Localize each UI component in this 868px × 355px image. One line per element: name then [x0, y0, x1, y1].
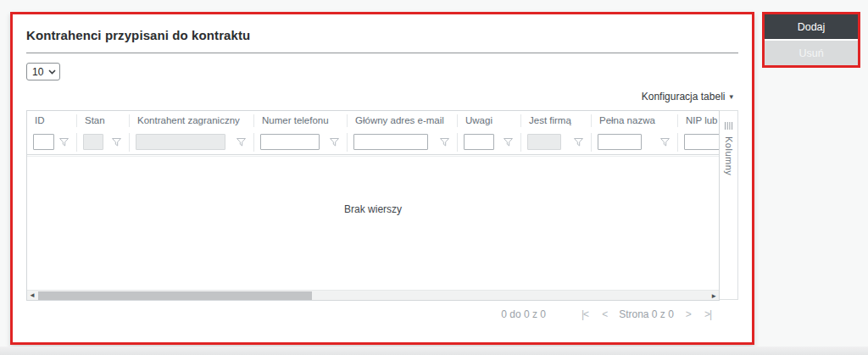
contractors-table: IDStanKontrahent zagranicznyNumer telefo…	[26, 110, 720, 301]
pagination-prev-button[interactable]: <	[595, 308, 614, 320]
filter-input-uwagi[interactable]	[464, 134, 494, 150]
columns-tab-label: Kolumny	[724, 136, 734, 175]
filter-input-stan	[83, 134, 103, 150]
filter-funnel-icon-kontrahent-zagraniczny[interactable]	[236, 138, 246, 147]
filter-input-nip-lub-pesel[interactable]	[684, 134, 720, 150]
columns-panel-tab[interactable]: Kolumny	[720, 110, 738, 300]
filter-input-glowny-adres-email[interactable]	[353, 134, 428, 150]
column-header-stan[interactable]: Stan	[76, 114, 129, 127]
column-header-uwagi[interactable]: Uwagi	[457, 114, 520, 127]
horizontal-scrollbar[interactable]: ◄ ►	[27, 290, 719, 300]
filter-input-numer-telefonu[interactable]	[260, 134, 320, 150]
filter-cell-jest-firma	[520, 133, 591, 152]
filter-funnel-icon-uwagi[interactable]	[504, 138, 513, 147]
pagination-range-text: 0 do 0 z 0	[501, 308, 546, 320]
column-header-kontrahent-zagraniczny[interactable]: Kontrahent zagraniczny	[129, 114, 253, 127]
filter-funnel-icon-pelna-nazwa[interactable]	[660, 138, 670, 147]
page-size-select[interactable]: 10	[26, 63, 60, 80]
filter-funnel-icon-glowny-adres-email[interactable]	[440, 138, 449, 147]
pagination-last-button[interactable]: >|	[698, 308, 718, 320]
table-filter-row	[27, 130, 720, 155]
filter-input-jest-firma	[527, 134, 561, 150]
column-header-nip-lub-pesel[interactable]: NIP lub PESEL	[677, 114, 720, 127]
filter-cell-pelna-nazwa	[591, 133, 677, 152]
column-header-numer-telefonu[interactable]: Numer telefonu	[253, 114, 347, 127]
filter-funnel-icon-stan[interactable]	[112, 138, 121, 147]
filter-input-id[interactable]	[33, 134, 54, 150]
table-config-label: Konfiguracja tabeli	[642, 91, 726, 103]
add-button[interactable]: Dodaj	[765, 14, 858, 39]
pagination-page-text: Strona 0 z 0	[619, 308, 674, 320]
table-header-row: IDStanKontrahent zagranicznyNumer telefo…	[27, 111, 720, 130]
empty-rows-message: Brak wierszy	[344, 203, 402, 215]
scroll-right-arrow-icon[interactable]: ►	[709, 291, 719, 301]
pagination-next-button[interactable]: >	[679, 308, 698, 320]
chevron-down-icon	[48, 69, 56, 75]
filter-cell-uwagi	[457, 133, 520, 152]
contractors-panel-annotation-box: Kontrahenci przypisani do kontraktu 10 K…	[10, 12, 754, 345]
page-title: Kontrahenci przypisani do kontraktu	[25, 28, 738, 42]
scrollbar-thumb[interactable]	[38, 291, 312, 300]
title-divider	[26, 53, 738, 53]
column-header-pelna-nazwa[interactable]: Pełna nazwa	[591, 114, 677, 127]
actions-annotation-box: Dodaj Usuń	[762, 12, 860, 68]
filter-cell-nip-lub-pesel	[677, 133, 720, 152]
page-bottom-band	[0, 347, 868, 355]
filter-cell-id	[27, 133, 76, 152]
column-header-glowny-adres-email[interactable]: Główny adres e-mail	[347, 114, 457, 127]
scroll-left-arrow-icon[interactable]: ◄	[27, 291, 37, 301]
filter-cell-stan	[76, 133, 129, 152]
filter-funnel-icon-jest-firma[interactable]	[574, 138, 583, 147]
filter-funnel-icon-id[interactable]	[59, 138, 69, 147]
column-header-id[interactable]: ID	[27, 114, 76, 127]
column-header-jest-firma[interactable]: Jest firmą	[520, 114, 591, 127]
filter-cell-glowny-adres-email	[347, 133, 457, 152]
filter-input-pelna-nazwa[interactable]	[598, 134, 642, 150]
filter-input-kontrahent-zagraniczny	[136, 134, 225, 150]
table-body: Brak wierszy	[27, 157, 719, 290]
filter-cell-numer-telefonu	[253, 133, 347, 152]
caret-down-icon: ▾	[729, 93, 733, 101]
page-size-value: 10	[32, 66, 43, 78]
table-config-dropdown[interactable]: Konfiguracja tabeli ▾	[642, 91, 733, 103]
pagination-first-button[interactable]: |<	[575, 308, 595, 320]
pagination-bar: 0 do 0 z 0 |< < Strona 0 z 0 > >|	[25, 308, 738, 320]
filter-cell-kontrahent-zagraniczny	[129, 133, 253, 152]
remove-button[interactable]: Usuń	[765, 41, 858, 65]
filter-funnel-icon-numer-telefonu[interactable]	[330, 138, 339, 147]
grip-icon	[724, 121, 733, 130]
